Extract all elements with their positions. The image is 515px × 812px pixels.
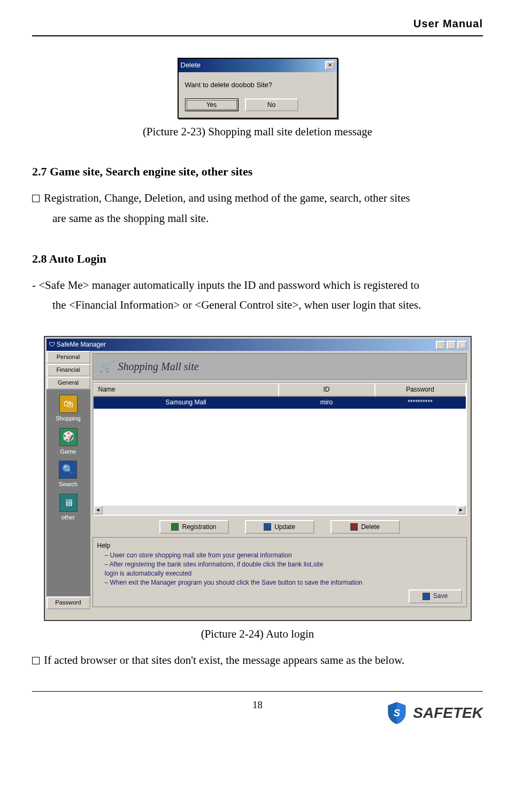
section-2-7-heading: 2.7 Game site, Search engine site, other…	[32, 162, 483, 181]
delete-icon	[350, 523, 358, 531]
after-caption-text: If acted browser or that sites don't exi…	[44, 654, 404, 667]
cell-id: miro	[279, 397, 375, 408]
table-row[interactable]: Samsung Mall miro **********	[94, 397, 466, 408]
delete-button[interactable]: Delete	[330, 520, 400, 534]
section-2-8-tail: the <Financial Information> or <General …	[32, 296, 483, 315]
dialog-body: Want to delete doobob Site? Yes No	[179, 72, 337, 118]
footer-rule	[32, 691, 483, 692]
sidebar-icon-tray: 🛍 Shopping 🎲 Game 🔍 Search 🖥 other	[47, 389, 90, 596]
safetek-logo: S SAFETEK	[386, 701, 483, 725]
update-label: Update	[274, 522, 295, 532]
table-header-row: Name ID Password	[94, 383, 466, 397]
dialog-message: Want to delete doobob Site?	[185, 80, 330, 91]
sidebar-label-shopping: Shopping	[56, 414, 81, 424]
banner-icon: 🛒	[99, 358, 113, 375]
shopping-icon: 🛍	[59, 395, 78, 413]
scroll-right-icon[interactable]: ►	[457, 505, 466, 515]
col-name[interactable]: Name	[94, 383, 279, 396]
delete-label: Delete	[361, 522, 380, 532]
picture-caption-1: (Picture 2-23) Shopping mall site deleti…	[32, 123, 483, 141]
action-buttons-row: Registration Update Delete	[93, 520, 467, 534]
yes-button[interactable]: Yes	[185, 98, 239, 111]
search-icon: 🔍	[59, 461, 77, 479]
svg-text:S: S	[394, 708, 400, 718]
game-icon: 🎲	[59, 428, 78, 446]
help-line-1: – Uwer con store shopping mall site from…	[105, 551, 462, 560]
after-caption-para: If acted browser or that sites don't exi…	[32, 652, 483, 670]
smw-main-panel: 🛒 Shopping Mall site Name ID Password Sa…	[90, 351, 469, 609]
save-icon	[422, 593, 430, 600]
safeme-manager-window: 🛡 SafeMe Manager _ ▢ ✕ Personal Financia…	[44, 336, 472, 621]
maximize-icon[interactable]: ▢	[447, 341, 456, 349]
sidebar-item-shopping[interactable]: 🛍 Shopping	[56, 395, 81, 424]
sidebar-label-game: Game	[60, 447, 76, 457]
dialog-title-text: Delete	[181, 60, 201, 71]
section-2-8-heading: 2.8 Auto Login	[32, 249, 483, 268]
checkbox-bullet-icon	[32, 657, 40, 664]
section-2-8-body: - <Safe Me> manager automatically inputs…	[32, 277, 483, 315]
help-line-4: – When exit the Manager program you shou…	[105, 578, 462, 587]
sidebar-label-other: other	[62, 513, 75, 523]
banner-text: Shopping Mall site	[118, 358, 199, 375]
help-lines: – Uwer con store shopping mall site from…	[97, 551, 462, 587]
update-icon	[264, 523, 271, 531]
sidebar-tab-password[interactable]: Password	[47, 596, 90, 609]
scroll-track[interactable]	[103, 505, 457, 515]
smw-title-text: 🛡 SafeMe Manager	[49, 340, 106, 350]
sidebar-tab-general[interactable]: General	[47, 377, 90, 389]
sidebar-item-game[interactable]: 🎲 Game	[59, 428, 78, 457]
section-2-7-lead: Registration, Change, Deletion, and usin…	[44, 191, 410, 204]
save-button[interactable]: Save	[409, 589, 462, 603]
horizontal-scrollbar[interactable]: ◄ ►	[94, 505, 466, 515]
header-rule	[32, 35, 483, 36]
registration-label: Registration	[182, 522, 216, 532]
help-line-2: – After registering the bank sites infor…	[105, 560, 462, 569]
section-banner: 🛒 Shopping Mall site	[93, 353, 467, 380]
picture-caption-2: (Picture 2-24) Auto login	[32, 625, 483, 644]
section-2-8-lead: - <Safe Me> manager automatically inputs…	[32, 279, 419, 292]
registration-button[interactable]: Registration	[159, 520, 229, 534]
other-icon: 🖥	[59, 494, 78, 512]
update-button[interactable]: Update	[245, 520, 314, 534]
delete-dialog: Delete ✕ Want to delete doobob Site? Yes…	[178, 58, 338, 119]
sidebar-tab-personal[interactable]: Personal	[47, 351, 90, 364]
minimize-icon[interactable]: _	[436, 341, 445, 349]
smw-sidebar: Personal Financial General 🛍 Shopping 🎲 …	[47, 351, 90, 609]
section-2-7-tail: are same as the shopping mall site.	[32, 210, 483, 228]
logo-text: SAFETEK	[413, 701, 483, 725]
scroll-left-icon[interactable]: ◄	[94, 505, 103, 515]
dialog-titlebar: Delete ✕	[179, 59, 337, 72]
checkbox-bullet-icon	[32, 195, 40, 202]
site-table: Name ID Password Samsung Mall miro *****…	[93, 382, 467, 516]
help-box: Help – Uwer con store shopping mall site…	[93, 537, 467, 607]
cell-name: Samsung Mall	[94, 397, 279, 408]
sidebar-item-other[interactable]: 🖥 other	[59, 494, 78, 523]
save-label: Save	[433, 591, 448, 601]
sidebar-item-search[interactable]: 🔍 Search	[59, 461, 78, 489]
close-icon[interactable]: ✕	[325, 61, 335, 70]
sidebar-label-search: Search	[59, 480, 78, 489]
help-label: Help	[97, 541, 462, 551]
help-line-3: login is automatically executed	[105, 569, 462, 578]
col-password[interactable]: Password	[375, 383, 466, 396]
smw-titlebar: 🛡 SafeMe Manager _ ▢ ✕	[47, 339, 469, 351]
cell-password: **********	[375, 397, 466, 408]
col-id[interactable]: ID	[279, 383, 375, 396]
header-title: User Manual	[32, 15, 483, 32]
sidebar-tab-financial[interactable]: Financial	[47, 364, 90, 377]
no-button[interactable]: No	[245, 98, 298, 111]
registration-icon	[171, 523, 179, 531]
section-2-7-body: Registration, Change, Deletion, and usin…	[32, 189, 483, 227]
close-icon[interactable]: ✕	[457, 341, 467, 349]
shield-icon: S	[386, 701, 408, 725]
